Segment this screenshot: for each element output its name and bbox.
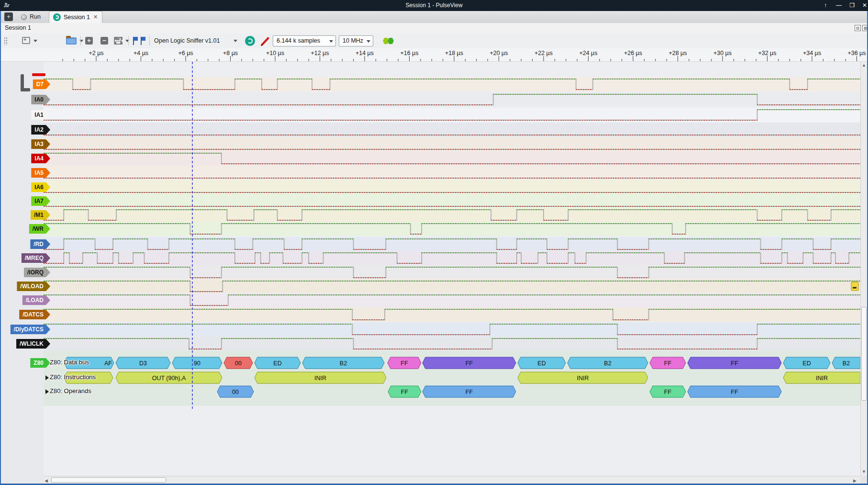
ruler-label: +18 µs — [439, 50, 469, 56]
horizontal-scrollbar[interactable]: ◀ ▶ — [44, 476, 860, 484]
annotation-text: FF — [664, 360, 672, 367]
scroll-up-icon[interactable]: ▲ — [861, 63, 867, 68]
window-title: Session 1 - PulseView — [0, 2, 868, 9]
time-ruler: +2 µs+4 µs+6 µs+8 µs+10 µs+12 µs+14 µs+1… — [1, 48, 867, 62]
sample-rate-value: 10 MHz — [343, 37, 363, 44]
annotation-text: 00 — [232, 389, 239, 395]
ruler-label: +20 µs — [484, 50, 514, 56]
annotation-text: FF — [664, 389, 672, 395]
ruler-label: +28 µs — [663, 50, 693, 56]
dock-float-icon[interactable]: ⧉ — [855, 25, 861, 31]
device-dropdown-arrow[interactable] — [234, 40, 237, 42]
sample-rate-combo[interactable]: 10 MHz — [339, 35, 373, 46]
tab-close-icon[interactable]: ✕ — [93, 14, 98, 20]
annotation-text: ED — [273, 360, 281, 367]
toolbar-grip[interactable] — [4, 37, 7, 45]
waveform-view[interactable]: AFD39000EDB2FFFFEDB2FFFFEDB2OUT (90h),AI… — [0, 62, 868, 476]
vertical-scrollbar[interactable]: ▲ ▼ — [860, 62, 867, 476]
ruler-label: +24 µs — [573, 50, 604, 56]
annotation-text: 00 — [235, 360, 242, 367]
trigger-bracket-icon — [21, 74, 30, 91]
ruler-label: +32 µs — [752, 50, 783, 56]
horizontal-scrollbar-slider[interactable] — [51, 477, 166, 483]
annotation-text: B2 — [604, 360, 611, 367]
ruler-label: +16 µs — [394, 50, 425, 56]
window-frame — [0, 11, 1, 484]
configure-device-icon[interactable] — [245, 36, 255, 46]
annotation-text: ED — [802, 360, 811, 367]
device-selector[interactable]: Open Logic Sniffer v1.01 — [154, 35, 239, 46]
scrollbar-corner — [860, 476, 867, 484]
scroll-left-icon[interactable]: ◀ — [45, 478, 48, 483]
ruler-label: +26 µs — [618, 50, 648, 56]
ruler-label: +8 µs — [215, 50, 246, 56]
minimize-button[interactable]: — — [834, 1, 844, 10]
maximize-button[interactable]: ❒ — [847, 1, 857, 10]
run-led-icon — [21, 14, 27, 20]
annotation-text: B2 — [340, 360, 347, 367]
run-button[interactable]: Run — [18, 12, 46, 22]
vertical-scrollbar-slider[interactable] — [861, 307, 867, 401]
toolbar-separator — [128, 36, 129, 45]
scroll-right-icon[interactable]: ▶ — [853, 478, 857, 483]
tab-label: Session 1 — [64, 14, 90, 21]
annotation-text: 90 — [194, 360, 200, 367]
combo-arrow-icon — [367, 40, 370, 43]
annotation-text: OUT (90h),A — [152, 375, 186, 382]
close-button[interactable]: ✕ — [859, 1, 868, 10]
zoom-out-button[interactable]: − — [100, 37, 108, 45]
combo-arrow-icon — [329, 40, 333, 43]
new-session-button[interactable]: + — [2, 12, 15, 22]
partial-channel-tag[interactable] — [32, 73, 45, 76]
save-button[interactable] — [56, 34, 78, 48]
trigger-marker — [851, 282, 858, 291]
tab-bar: + Run Session 1 ✕ — [1, 11, 867, 23]
new-session-icon: + — [4, 12, 13, 21]
annotation-text: INIR — [577, 375, 589, 382]
sample-count-value: 6.144 k samples — [277, 37, 320, 44]
zoom-fit-button[interactable] — [115, 37, 122, 45]
ruler-label: +4 µs — [126, 50, 156, 56]
channels-icon[interactable] — [388, 38, 394, 44]
toolbar-separator — [149, 36, 150, 45]
annotation-text: INIR — [314, 375, 326, 382]
annotation-text: D3 — [139, 360, 147, 367]
decoder-annotation — [64, 372, 113, 383]
annotation-text: FF — [731, 360, 738, 367]
new-view-icon — [22, 37, 30, 44]
toolbar-separator — [80, 36, 81, 45]
dock-title: Session 1 — [5, 24, 31, 31]
ruler-label: +10 µs — [260, 50, 290, 56]
ruler-label: +36 µs — [842, 50, 868, 56]
run-button-label: Run — [30, 13, 41, 20]
scrollbar-gap — [1, 476, 44, 484]
cursors-flag-icon[interactable] — [141, 37, 145, 45]
ruler-label: +30 µs — [707, 50, 738, 56]
ruler-label: +6 µs — [170, 50, 201, 56]
annotation-text: B2 — [843, 360, 850, 367]
annotation-text: INIR — [816, 375, 828, 382]
device-name: Open Logic Sniffer v1.01 — [154, 37, 220, 44]
open-button[interactable] — [33, 34, 54, 48]
annotation-text: FF — [466, 360, 473, 367]
new-view-button[interactable] — [11, 34, 31, 48]
probe-icon[interactable] — [259, 36, 270, 46]
zoom-in-button[interactable]: + — [85, 37, 93, 45]
annotation-text: FF — [401, 389, 409, 395]
annotation-text: ED — [537, 360, 545, 367]
ruler-label: +22 µs — [528, 50, 559, 56]
ruler-label: +2 µs — [81, 50, 111, 56]
annotation-text: FF — [401, 360, 408, 367]
annotation-text: FF — [466, 389, 473, 395]
sigrok-logo-icon — [53, 13, 61, 21]
annotation-text: FF — [731, 389, 738, 395]
cursors-flag-icon[interactable] — [133, 37, 138, 45]
sample-count-combo[interactable]: 6.144 k samples — [273, 35, 336, 46]
annotation-text: AF — [104, 360, 112, 367]
ruler-label: +14 µs — [349, 50, 380, 56]
shade-button[interactable]: ↑ — [820, 1, 831, 10]
tab-session-1[interactable]: Session 1 ✕ — [49, 11, 102, 23]
title-bar: Session 1 - PulseView ↑ — ❒ ✕ — [0, 0, 868, 11]
dock-header: Session 1 ⧉ ⊠ — [1, 23, 867, 34]
scroll-down-icon[interactable]: ▼ — [861, 469, 867, 474]
